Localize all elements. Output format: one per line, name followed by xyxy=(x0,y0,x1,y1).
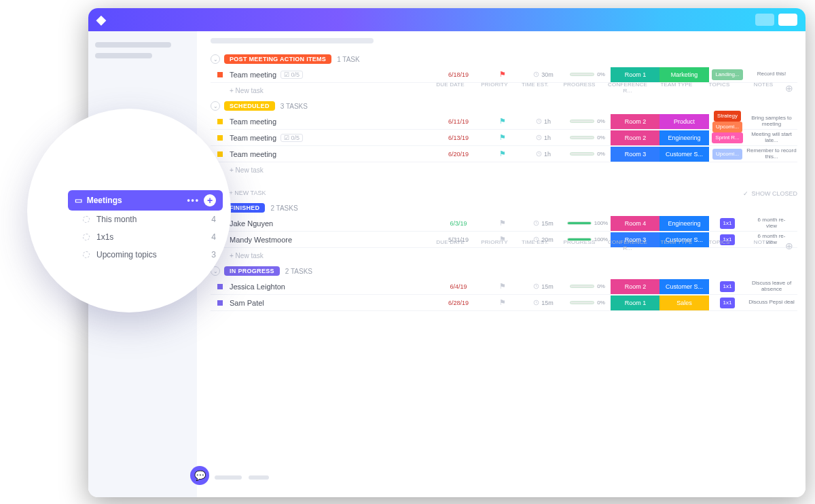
notes-cell[interactable]: Meeting will start late... xyxy=(746,132,797,144)
notes-cell[interactable]: Record this! xyxy=(746,71,797,77)
team-type-pill[interactable]: Sales xyxy=(659,295,709,310)
topics-cell[interactable]: 1x1 xyxy=(709,298,746,308)
collapse-toggle[interactable]: ⌄ xyxy=(211,101,220,111)
task-row[interactable]: Team meeting ☑ 0/5 6/13/19 ⚑ 1h 0% Room … xyxy=(211,130,797,146)
priority-flag-icon[interactable]: ⚑ xyxy=(499,70,506,78)
add-column-button[interactable]: ⊕ xyxy=(785,83,793,94)
topics-cell[interactable]: Landing... xyxy=(709,69,746,80)
due-date[interactable]: 6/20/19 xyxy=(435,151,482,158)
status-badge[interactable]: IN PROGRESS xyxy=(224,266,280,276)
time-estimate[interactable]: 1h xyxy=(523,134,564,141)
task-title[interactable]: Team meeting ☑ 0/5 xyxy=(230,71,435,79)
priority-flag-icon[interactable]: ⚑ xyxy=(499,133,506,141)
progress[interactable]: 100% xyxy=(564,220,611,226)
add-column-button[interactable]: ⊕ xyxy=(785,240,793,251)
time-estimate[interactable]: 15m xyxy=(523,220,564,227)
task-row[interactable]: Sam Patel 6/28/19 ⚑ 15m 0% Room 1 Sales … xyxy=(211,295,797,311)
priority-flag-icon[interactable]: ⚑ xyxy=(499,282,506,290)
status-square-icon[interactable] xyxy=(217,119,223,124)
topic-tag[interactable]: 1x1 xyxy=(720,281,736,292)
show-closed-toggle[interactable]: ✓ SHOW CLOSED xyxy=(743,190,797,197)
task-row[interactable]: Team meeting ☑ 0/5 6/18/19 ⚑ 30m 0% Room… xyxy=(211,67,797,83)
new-task-button[interactable]: + NEW TASK xyxy=(230,190,266,196)
conference-room-pill[interactable]: Room 1 xyxy=(611,67,660,82)
progress[interactable]: 0% xyxy=(564,71,611,77)
list-1x1s[interactable]: 1x1s 4 xyxy=(68,228,223,246)
notes-cell[interactable]: Bring samples to meeting xyxy=(746,115,797,128)
status-square-icon[interactable] xyxy=(217,72,223,77)
priority-flag-icon[interactable]: ⚑ xyxy=(499,219,506,227)
progress[interactable]: 0% xyxy=(564,151,611,157)
topics-cell[interactable]: 1x1 xyxy=(709,218,746,229)
conference-room-pill[interactable]: Room 2 xyxy=(611,130,660,145)
more-icon[interactable]: ••• xyxy=(187,196,200,205)
due-date[interactable]: 6/11/19 xyxy=(435,118,482,125)
progress[interactable]: 0% xyxy=(564,134,611,141)
progress[interactable]: 0% xyxy=(564,283,611,289)
status-square-icon[interactable] xyxy=(217,151,223,157)
status-badge[interactable]: SCHEDULED xyxy=(224,101,275,111)
chat-icon[interactable]: 💬 xyxy=(190,466,209,485)
conference-room-pill[interactable]: Room 2 xyxy=(611,114,660,129)
add-list-button[interactable]: + xyxy=(204,194,216,206)
due-date[interactable]: 6/13/19 xyxy=(435,134,482,141)
task-title[interactable]: Team meeting xyxy=(230,150,435,158)
topic-tag[interactable]: Sprint R... xyxy=(712,132,743,143)
task-title[interactable]: Jake Nguyen xyxy=(230,219,435,228)
topic-tag[interactable]: 1x1 xyxy=(720,218,736,229)
due-date[interactable]: 6/4/19 xyxy=(435,283,482,290)
team-type-pill[interactable]: Marketing xyxy=(659,67,709,82)
task-title[interactable]: Jessica Leighton xyxy=(230,283,435,291)
team-type-pill[interactable]: Customer S... xyxy=(659,279,709,294)
priority-flag-icon[interactable]: ⚑ xyxy=(499,298,506,306)
notes-cell[interactable]: 6 month re-view xyxy=(746,217,797,230)
conference-room-pill[interactable]: Room 2 xyxy=(611,279,660,294)
notes-cell[interactable]: Discuss leave of absence xyxy=(746,281,797,293)
task-row[interactable]: Jessica Leighton 6/4/19 ⚑ 15m 0% Room 2 … xyxy=(211,278,797,295)
time-estimate[interactable]: 30m xyxy=(523,71,564,78)
topics-cell[interactable]: Upcomi... xyxy=(709,149,746,160)
topics-cell[interactable]: Sprint R... xyxy=(709,132,746,143)
conference-room-pill[interactable]: Room 1 xyxy=(611,295,660,310)
topic-tag[interactable]: Landing... xyxy=(712,69,742,80)
team-type-pill[interactable]: Engineering xyxy=(659,130,709,145)
top-bar-button-1[interactable] xyxy=(755,14,774,26)
team-type-pill[interactable]: Customer S... xyxy=(659,147,709,162)
topic-tag[interactable]: Upcomi... xyxy=(712,149,742,160)
task-title[interactable]: Mandy Westmoore xyxy=(230,236,435,244)
time-estimate[interactable]: 1h xyxy=(523,118,564,125)
team-type-pill[interactable]: Product xyxy=(659,114,709,129)
progress[interactable]: 0% xyxy=(564,118,611,124)
status-square-icon[interactable] xyxy=(217,284,223,289)
topic-tag[interactable]: Strategy xyxy=(714,111,741,122)
topics-cell[interactable]: 1x1 xyxy=(709,281,746,292)
task-row[interactable]: Team meeting 6/11/19 ⚑ 1h 0% Room 2 Prod… xyxy=(211,113,797,130)
due-date[interactable]: 6/18/19 xyxy=(435,71,482,78)
topics-cell[interactable]: StrategyUpcomi... xyxy=(709,111,746,132)
notes-cell[interactable]: Remember to record this... xyxy=(746,148,797,160)
new-task-button[interactable]: + New task xyxy=(211,162,797,175)
conference-room-pill[interactable]: Room 4 xyxy=(611,216,660,231)
due-date[interactable]: 6/28/19 xyxy=(435,300,482,306)
priority-flag-icon[interactable]: ⚑ xyxy=(499,117,506,125)
team-type-pill[interactable]: Engineering xyxy=(659,216,709,231)
conference-room-pill[interactable]: Room 3 xyxy=(611,147,660,162)
time-estimate[interactable]: 1h xyxy=(523,151,564,158)
top-bar-button-2[interactable] xyxy=(778,14,797,26)
list-upcoming-topics[interactable]: Upcoming topics 3 xyxy=(68,246,223,264)
status-badge[interactable]: POST MEETING ACTION ITEMS xyxy=(224,54,331,64)
due-date[interactable]: 6/3/19 xyxy=(435,220,482,227)
task-row[interactable]: Jake Nguyen 6/3/19 ⚑ 15m 100% Room 4 Eng… xyxy=(211,215,797,232)
status-square-icon[interactable] xyxy=(217,135,223,141)
collapse-toggle[interactable]: ⌄ xyxy=(211,54,220,64)
time-estimate[interactable]: 15m xyxy=(523,300,564,306)
folder-meetings[interactable]: ▭ Meetings ••• + xyxy=(68,190,223,211)
task-title[interactable]: Team meeting ☑ 0/5 xyxy=(230,134,435,142)
list-this-month[interactable]: This month 4 xyxy=(68,211,223,228)
time-estimate[interactable]: 15m xyxy=(523,283,564,290)
task-title[interactable]: Sam Patel xyxy=(230,299,435,307)
progress[interactable]: 0% xyxy=(564,300,611,306)
task-row[interactable]: Team meeting 6/20/19 ⚑ 1h 0% Room 3 Cust… xyxy=(211,146,797,162)
task-title[interactable]: Team meeting xyxy=(230,118,435,126)
topic-tag[interactable]: 1x1 xyxy=(720,298,736,308)
